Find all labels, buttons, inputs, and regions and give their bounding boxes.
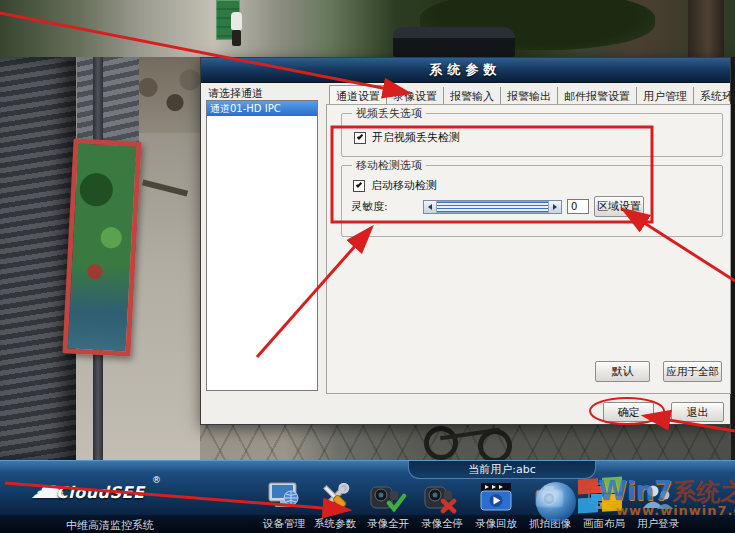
system-params-icon [315,481,355,514]
tab-email-alarm[interactable]: 邮件报警设置 [558,87,637,105]
arrow-left-icon [428,204,432,210]
snapshot-icon [530,481,570,514]
toolbar-screen-layout[interactable]: 画面布局 [578,481,630,531]
tab-alarm-output[interactable]: 报警输出 [501,87,558,105]
slider-right-arrow[interactable] [548,201,561,213]
video-tree-trunk [688,0,724,57]
toolbar-buttons: 设备管理 系统参数 [0,461,735,533]
video-shutter-left [0,57,76,460]
video-painted-board [62,138,141,356]
main-toolbar: 当前用户:abc ☁ CloudSEE ® 中维高清监控系统 设备管理 [0,460,735,533]
record-stop-all-icon [422,481,462,514]
video-loss-checkbox-label: 开启视频丢失检测 [372,130,460,145]
motion-detect-group-title: 移动检测选项 [352,158,426,173]
toolbar-playback[interactable]: 录像回放 [470,481,522,531]
arrow-right-icon [553,204,557,210]
tab-system-env[interactable]: 系统环境 [694,87,735,105]
motion-detect-checkbox-row: 启动移动检测 [353,178,437,193]
toolbar-item-label: 用户登录 [626,517,690,531]
sensitivity-label: 灵敏度: [351,199,423,214]
video-loss-group: 视频丢失选项 开启视频丢失检测 [341,113,723,157]
tab-user-management[interactable]: 用户管理 [637,87,694,105]
video-right-edge [731,57,735,460]
ok-button[interactable]: 确定 [603,402,654,422]
sensitivity-row: 灵敏度: 0 [351,199,589,214]
video-loss-group-title: 视频丢失选项 [352,106,426,121]
device-manager-icon [264,481,304,514]
default-button[interactable]: 默认 [595,361,650,382]
toolbar-record-start-all[interactable]: 录像全开 [362,481,414,531]
tab-alarm-input[interactable]: 报警输入 [444,87,501,105]
toolbar-system-params[interactable]: 系统参数 [309,481,361,531]
screen-layout-icon [584,481,624,514]
exit-button[interactable]: 退出 [671,402,724,422]
check-icon [356,181,362,187]
system-params-dialog: 系统参数 请选择通道 通道01-HD IPC 通道设置 录像设置 报警输入 报警… [200,57,731,425]
video-cyclist [231,12,242,30]
video-loss-checkbox-row: 开启视频丢失检测 [354,130,460,145]
dialog-titlebar[interactable]: 系统参数 [201,58,730,83]
video-loss-checkbox[interactable] [354,132,366,144]
toolbar-record-stop-all[interactable]: 录像全停 [416,481,468,531]
user-login-icon [638,481,678,514]
video-pavement [200,425,735,460]
tab-channel-settings[interactable]: 通道设置 [329,85,387,105]
sensitivity-value-field[interactable]: 0 [567,199,589,214]
toolbar-snapshot[interactable]: 抓拍图像 [524,481,576,531]
slider-track[interactable] [437,201,548,213]
playback-icon [476,481,516,514]
tab-content-pane: 视频丢失选项 开启视频丢失检测 移动检测选项 启动移动检测 灵敏度: [326,104,731,394]
channel-list-item-selected[interactable]: 通道01-HD IPC [207,101,317,116]
tab-record-settings[interactable]: 录像设置 [387,87,444,105]
area-settings-button[interactable]: 区域设置 [594,196,644,217]
dialog-title: 系统参数 [430,61,502,79]
sensitivity-slider[interactable] [423,200,562,214]
slider-left-arrow[interactable] [424,201,437,213]
toolbar-user-login[interactable]: 用户登录 [632,481,684,531]
record-start-all-icon [368,481,408,514]
video-bicycle-wheel [424,426,458,460]
check-icon [357,133,363,139]
motion-detect-checkbox[interactable] [353,180,365,192]
motion-detect-checkbox-label: 启动移动检测 [371,178,437,193]
video-cyclist-bike [232,30,241,46]
channel-listbox[interactable]: 通道01-HD IPC [206,100,318,391]
app-window: 系统参数 请选择通道 通道01-HD IPC 通道设置 录像设置 报警输入 报警… [0,0,735,533]
apply-all-button[interactable]: 应用于全部 [663,361,722,382]
channel-select-label: 请选择通道 [208,86,263,101]
video-black-car [393,27,515,57]
settings-tabbar: 通道设置 录像设置 报警输入 报警输出 邮件报警设置 用户管理 系统环境 [329,88,735,105]
